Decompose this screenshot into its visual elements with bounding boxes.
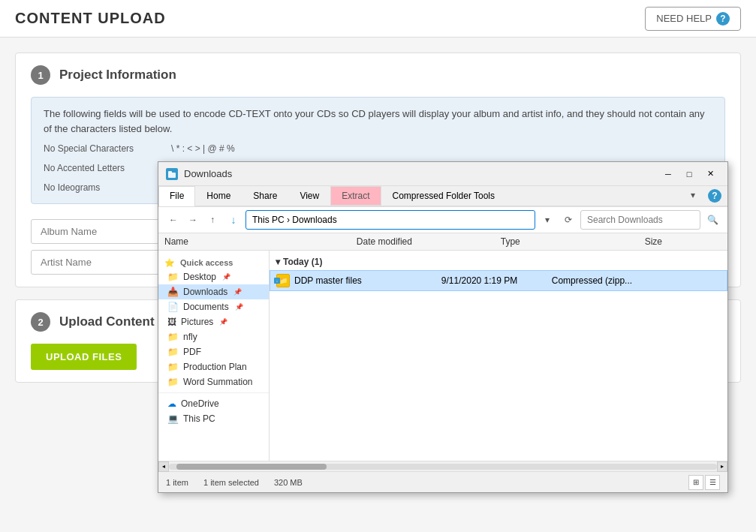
this-pc-icon: 💻 (167, 413, 179, 424)
onedrive-icon: ☁ (167, 398, 176, 409)
need-help-button[interactable]: NEED HELP ? (645, 7, 741, 31)
file-group-today: ▾ Today (1) ↓ 📁 DDP master files 9/11/20… (270, 254, 727, 291)
sidebar-item-nfly[interactable]: 📁 nfly (158, 329, 269, 344)
address-path-input[interactable] (245, 210, 535, 230)
quick-access-icon: ⭐ (164, 258, 175, 267)
tab-compressed[interactable]: Compressed Folder Tools (381, 186, 507, 206)
col-header-date[interactable]: Date modified (357, 236, 501, 247)
col-header-name[interactable]: Name (164, 236, 357, 247)
tab-extract[interactable]: Extract (330, 186, 381, 206)
ribbon-collapse-button[interactable]: ▾ (684, 186, 702, 204)
file-explorer-window: Downloads ─ □ ✕ File Home Share View Ext… (158, 161, 728, 493)
details-view-button[interactable]: ⊞ (688, 475, 703, 490)
sidebar-item-production-plan[interactable]: 📁 Production Plan (158, 359, 269, 374)
pin-icon-pictures: 📌 (219, 318, 227, 326)
up-button[interactable]: ↑ (203, 211, 221, 229)
horizontal-scrollbar[interactable]: ◂ ▸ (158, 461, 727, 471)
forward-button[interactable]: → (184, 211, 202, 229)
explorer-title-bar: Downloads ─ □ ✕ (158, 162, 727, 186)
minimize-button[interactable]: ─ (658, 167, 678, 182)
documents-folder-icon: 📄 (167, 302, 179, 312)
sidebar-divider (158, 392, 269, 393)
ribbon-help-icon[interactable]: ? (708, 189, 721, 203)
status-info: 1 item 1 item selected 320 MB (166, 478, 303, 487)
zip-indicator: ↓ (274, 278, 280, 284)
download-nav-icon[interactable]: ↓ (224, 211, 242, 229)
path-dropdown-button[interactable]: ▾ (538, 211, 556, 229)
group-collapse-icon: ▾ (276, 257, 280, 267)
ribbon: File Home Share View Extract Compressed … (158, 186, 727, 207)
section1-title: Project Information (59, 68, 176, 83)
section1-header: 1 Project Information (31, 65, 725, 85)
list-view-button[interactable]: ☰ (705, 475, 720, 490)
sidebar-item-word-summation[interactable]: 📁 Word Summation (158, 374, 269, 389)
upload-files-button[interactable]: UPLOAD FILES (31, 344, 137, 370)
close-button[interactable]: ✕ (700, 167, 720, 182)
file-row-ddp[interactable]: ↓ 📁 DDP master files 9/11/2020 1:19 PM C… (270, 270, 727, 291)
sidebar-item-downloads[interactable]: 📥 Downloads 📌 (158, 284, 269, 299)
file-name: DDP master files (294, 275, 441, 286)
word-summation-icon: 📁 (167, 377, 179, 387)
sidebar-item-documents[interactable]: 📄 Documents 📌 (158, 299, 269, 314)
pdf-folder-icon: 📁 (167, 347, 179, 357)
pictures-folder-icon: 🖼 (167, 317, 176, 327)
refresh-button[interactable]: ⟳ (559, 211, 577, 229)
view-toggle-buttons: ⊞ ☰ (688, 475, 720, 490)
tab-view[interactable]: View (288, 186, 330, 206)
explorer-sidebar: ⭐ Quick access 📁 Desktop 📌 📥 Downloads 📌… (158, 251, 270, 461)
svg-rect-1 (168, 171, 172, 173)
production-plan-icon: 📁 (167, 362, 179, 372)
section1-number: 1 (31, 65, 50, 85)
pin-icon-documents: 📌 (235, 303, 243, 311)
desktop-folder-icon: 📁 (167, 272, 179, 282)
section2-title: Upload Content (59, 314, 155, 329)
sidebar-item-desktop[interactable]: 📁 Desktop 📌 (158, 269, 269, 284)
tab-file[interactable]: File (158, 186, 195, 206)
section2-number: 2 (31, 312, 50, 332)
file-date: 9/11/2020 1:19 PM (441, 275, 552, 286)
app-title: CONTENT UPLOAD (15, 10, 166, 27)
selected-info: 1 item selected (203, 478, 259, 487)
group-header-today: ▾ Today (1) (270, 254, 727, 270)
ribbon-tabs: File Home Share View Extract Compressed … (158, 186, 727, 206)
col-header-size[interactable]: Size (645, 236, 721, 247)
file-list: ▾ Today (1) ↓ 📁 DDP master files 9/11/20… (270, 251, 727, 461)
sidebar-item-pdf[interactable]: 📁 PDF (158, 344, 269, 359)
zip-file-icon: ↓ 📁 (276, 274, 290, 287)
item-count: 1 item (166, 478, 188, 487)
nav-buttons: ← → ↑ (164, 211, 221, 229)
address-bar: ← → ↑ ↓ ▾ ⟳ 🔍 (158, 207, 727, 233)
app-header: CONTENT UPLOAD NEED HELP ? (0, 0, 756, 38)
restriction-no-special: No Special Characters \ * : < > | @ # % (44, 142, 712, 155)
scroll-track[interactable] (169, 464, 717, 470)
pin-icon-downloads: 📌 (233, 288, 242, 296)
quick-access-section: ⭐ Quick access (158, 255, 269, 269)
scroll-thumb[interactable] (176, 464, 327, 470)
tab-share[interactable]: Share (242, 186, 288, 206)
explorer-status-bar: 1 item 1 item selected 320 MB ⊞ ☰ (158, 471, 727, 492)
search-button[interactable]: 🔍 (703, 211, 721, 229)
explorer-title: Downloads (184, 168, 232, 179)
file-size-info: 320 MB (274, 478, 303, 487)
svg-rect-0 (168, 173, 176, 178)
sidebar-item-pictures[interactable]: 🖼 Pictures 📌 (158, 314, 269, 329)
scroll-left-button[interactable]: ◂ (158, 461, 169, 472)
nfly-folder-icon: 📁 (167, 332, 179, 342)
file-list-header: Name Date modified Type Size (158, 233, 727, 251)
sidebar-item-onedrive[interactable]: ☁ OneDrive (158, 396, 269, 411)
file-type: Compressed (zipp... (552, 275, 662, 286)
explorer-body: ⭐ Quick access 📁 Desktop 📌 📥 Downloads 📌… (158, 251, 727, 461)
help-icon: ? (716, 12, 730, 26)
folder-title-icon (166, 168, 178, 180)
search-input[interactable] (580, 210, 700, 230)
pin-icon-desktop: 📌 (222, 273, 230, 281)
downloads-folder-icon: 📥 (167, 287, 179, 297)
window-controls: ─ □ ✕ (658, 167, 720, 182)
sidebar-item-this-pc[interactable]: 💻 This PC (158, 411, 269, 426)
title-bar-left: Downloads (166, 168, 232, 180)
maximize-button[interactable]: □ (679, 167, 699, 182)
col-header-type[interactable]: Type (501, 236, 645, 247)
scroll-right-button[interactable]: ▸ (717, 461, 727, 472)
back-button[interactable]: ← (164, 211, 182, 229)
tab-home[interactable]: Home (195, 186, 242, 206)
